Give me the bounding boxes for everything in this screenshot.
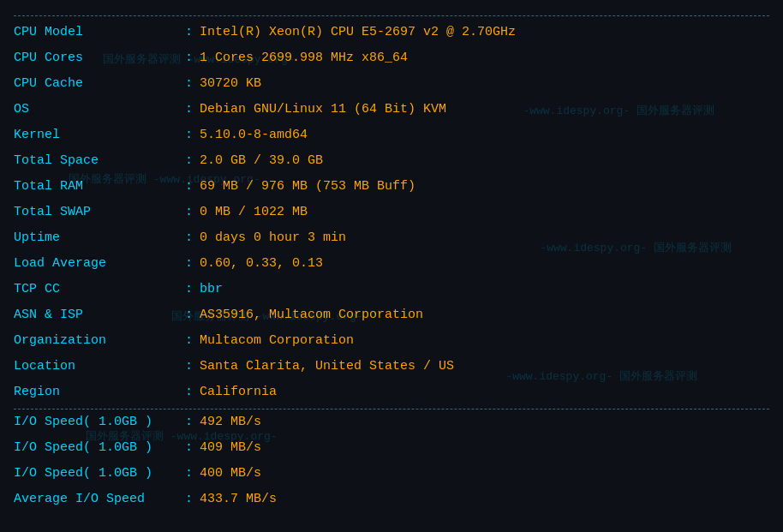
io-label: I/O Speed( 1.0GB ) [14, 412, 185, 433]
io-colon: : [185, 412, 193, 433]
row-label: Total SWAP [14, 202, 185, 223]
row-value: 30720 KB [200, 74, 261, 94]
io-row: I/O Speed( 1.0GB ): 409 MB/s [14, 435, 769, 461]
row-label: Uptime [14, 228, 185, 248]
main-container: CPU Model: Intel(R) Xeon(R) CPU E5-2697 … [0, 9, 783, 519]
row-label: CPU Cores [14, 48, 185, 69]
io-row: I/O Speed( 1.0GB ): 492 MB/s [14, 409, 769, 435]
row-colon: : [185, 151, 193, 171]
io-value: 433.7 MB/s [200, 489, 277, 510]
row-label: CPU Model [14, 22, 185, 43]
table-row: Total RAM: 69 MB / 976 MB (753 MB Buff) [14, 174, 769, 200]
table-row: TCP CC: bbr [14, 277, 769, 302]
row-value: 5.10.0-8-amd64 [200, 125, 308, 146]
io-row: I/O Speed( 1.0GB ): 400 MB/s [14, 461, 769, 487]
io-colon: : [185, 463, 193, 484]
row-colon: : [185, 331, 193, 351]
system-info-section: CPU Model: Intel(R) Xeon(R) CPU E5-2697 … [14, 20, 769, 405]
row-label: CPU Cache [14, 74, 185, 94]
io-value: 492 MB/s [200, 412, 261, 433]
row-colon: : [185, 74, 193, 94]
row-colon: : [185, 202, 193, 223]
row-value: California [200, 382, 277, 403]
row-value: 0 days 0 hour 3 min [200, 228, 346, 248]
io-value: 400 MB/s [200, 463, 261, 484]
row-colon: : [185, 48, 193, 69]
row-value: 0.60, 0.33, 0.13 [200, 254, 323, 274]
row-label: ASN & ISP [14, 305, 185, 326]
io-colon: : [185, 489, 193, 510]
table-row: OS: Debian GNU/Linux 11 (64 Bit) KVM [14, 97, 769, 123]
row-value: Intel(R) Xeon(R) CPU E5-2697 v2 @ 2.70GH… [200, 22, 516, 43]
row-value: AS35916, Multacom Corporation [200, 305, 423, 326]
row-value: Santa Clarita, United States / US [200, 356, 454, 377]
table-row: Region: California [14, 380, 769, 405]
row-colon: : [185, 356, 193, 377]
row-value: Debian GNU/Linux 11 (64 Bit) KVM [200, 99, 446, 120]
table-row: CPU Cache: 30720 KB [14, 71, 769, 97]
table-row: Total Space: 2.0 GB / 39.0 GB [14, 148, 769, 174]
row-value: Multacom Corporation [200, 331, 354, 351]
row-label: Organization [14, 331, 185, 351]
row-colon: : [185, 99, 193, 120]
io-label: I/O Speed( 1.0GB ) [14, 438, 185, 458]
row-label: Location [14, 356, 185, 377]
row-value: 0 MB / 1022 MB [200, 202, 308, 223]
io-label: I/O Speed( 1.0GB ) [14, 463, 185, 484]
row-value: 69 MB / 976 MB (753 MB Buff) [200, 176, 415, 197]
row-label: Kernel [14, 125, 185, 146]
io-row: Average I/O Speed: 433.7 MB/s [14, 487, 769, 512]
table-row: Location: Santa Clarita, United States /… [14, 354, 769, 380]
row-colon: : [185, 279, 193, 300]
row-colon: : [185, 228, 193, 248]
row-value: bbr [200, 279, 223, 300]
row-colon: : [185, 176, 193, 197]
top-divider [14, 15, 769, 16]
table-row: ASN & ISP: AS35916, Multacom Corporation [14, 302, 769, 328]
table-row: Uptime: 0 days 0 hour 3 min [14, 225, 769, 251]
io-label: Average I/O Speed [14, 489, 185, 510]
row-label: TCP CC [14, 279, 185, 300]
table-row: Kernel: 5.10.0-8-amd64 [14, 123, 769, 148]
row-label: Total Space [14, 151, 185, 171]
row-value: 1 Cores 2699.998 MHz x86_64 [200, 48, 408, 69]
table-row: CPU Cores: 1 Cores 2699.998 MHz x86_64 [14, 45, 769, 71]
table-row: CPU Model: Intel(R) Xeon(R) CPU E5-2697 … [14, 20, 769, 45]
io-colon: : [185, 438, 193, 458]
table-row: Total SWAP: 0 MB / 1022 MB [14, 200, 769, 225]
row-label: OS [14, 99, 185, 120]
row-value: 2.0 GB / 39.0 GB [200, 151, 323, 171]
row-label: Total RAM [14, 176, 185, 197]
row-colon: : [185, 382, 193, 403]
row-label: Load Average [14, 254, 185, 274]
io-value: 409 MB/s [200, 438, 261, 458]
row-colon: : [185, 254, 193, 274]
table-row: Load Average: 0.60, 0.33, 0.13 [14, 251, 769, 277]
io-section: I/O Speed( 1.0GB ): 492 MB/sI/O Speed( 1… [14, 409, 769, 512]
row-colon: : [185, 305, 193, 326]
table-row: Organization: Multacom Corporation [14, 328, 769, 354]
row-colon: : [185, 125, 193, 146]
row-label: Region [14, 382, 185, 403]
row-colon: : [185, 22, 193, 43]
